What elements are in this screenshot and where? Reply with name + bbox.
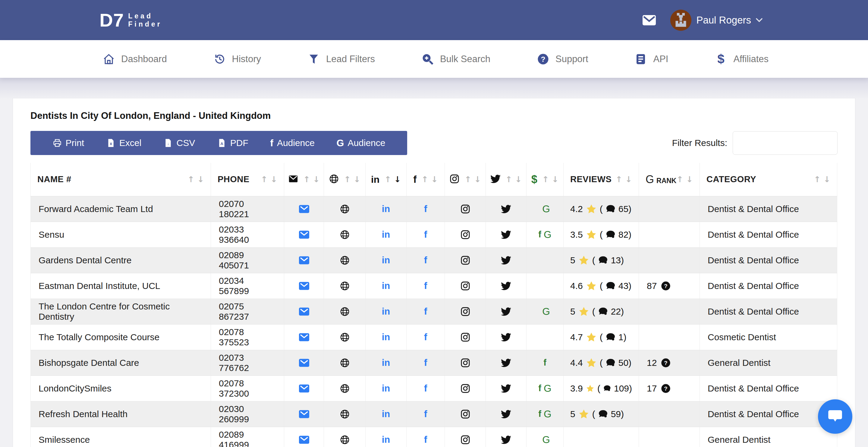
nav-item-api[interactable]: API <box>634 53 668 65</box>
email-link-icon[interactable] <box>299 255 309 265</box>
column-header-linkedin[interactable]: in↑ ↓ <box>366 163 407 196</box>
column-header-instagram[interactable]: ↑ ↓ <box>445 163 486 196</box>
linkedin-link-icon[interactable]: in <box>382 280 390 291</box>
email-link-icon[interactable] <box>299 409 309 419</box>
twitter-link-icon[interactable] <box>501 255 511 265</box>
question-circle-icon[interactable]: ? <box>661 358 671 368</box>
linkedin-link-icon[interactable]: in <box>382 383 390 394</box>
linkedin-link-icon[interactable]: in <box>382 434 390 445</box>
sort-arrows[interactable]: ↑ ↓ <box>344 175 361 184</box>
google-money-icon[interactable]: G <box>544 229 552 240</box>
linkedin-link-icon[interactable]: in <box>382 255 390 266</box>
sort-arrows[interactable]: ↑ ↓ <box>676 175 693 184</box>
instagram-link-icon[interactable] <box>460 255 470 265</box>
instagram-link-icon[interactable] <box>460 409 470 419</box>
email-link-icon[interactable] <box>299 332 309 342</box>
messages-icon[interactable] <box>643 15 656 25</box>
twitter-link-icon[interactable] <box>501 230 511 240</box>
google-money-icon[interactable]: G <box>544 383 552 394</box>
facebook-link-icon[interactable]: f <box>424 255 427 266</box>
email-link-icon[interactable] <box>299 306 309 317</box>
sort-arrows[interactable]: ↑ ↓ <box>814 175 830 184</box>
facebook-link-icon[interactable]: f <box>424 280 427 291</box>
google-money-icon[interactable]: G <box>542 306 550 317</box>
website-link-icon[interactable] <box>340 358 350 368</box>
filter-input[interactable] <box>733 131 838 155</box>
email-link-icon[interactable] <box>299 230 309 240</box>
linkedin-link-icon[interactable]: in <box>382 332 390 342</box>
column-header-twitter[interactable]: ↑ ↓ <box>486 163 527 196</box>
google-money-icon[interactable]: G <box>544 408 552 420</box>
sort-arrows[interactable]: ↑ ↓ <box>261 175 277 184</box>
column-header-phone[interactable]: PHONE↑ ↓ <box>211 163 284 196</box>
twitter-link-icon[interactable] <box>501 358 511 368</box>
sort-arrows[interactable]: ↑ ↓ <box>384 175 401 184</box>
google-money-icon[interactable]: G <box>542 434 550 446</box>
sort-arrows[interactable]: ↑ ↓ <box>421 175 438 184</box>
instagram-link-icon[interactable] <box>460 435 470 445</box>
nav-item-support[interactable]: ? Support <box>537 53 588 65</box>
pdf-button[interactable]: APDF <box>217 138 248 148</box>
website-link-icon[interactable] <box>340 281 350 291</box>
email-link-icon[interactable] <box>299 435 309 445</box>
facebook-link-icon[interactable]: f <box>424 357 427 368</box>
instagram-link-icon[interactable] <box>460 204 470 214</box>
facebook-money-icon[interactable]: f <box>544 358 547 368</box>
website-link-icon[interactable] <box>340 383 350 394</box>
facebook-money-icon[interactable]: f <box>538 383 541 393</box>
instagram-link-icon[interactable] <box>460 332 470 342</box>
google-audience-button[interactable]: GAudience <box>337 138 385 149</box>
sort-arrows[interactable]: ↑ ↓ <box>464 175 481 184</box>
linkedin-link-icon[interactable]: in <box>382 306 390 317</box>
twitter-link-icon[interactable] <box>501 306 511 317</box>
user-menu[interactable]: Paul Rogers <box>670 10 763 31</box>
print-button[interactable]: Print <box>53 138 84 148</box>
column-header-category[interactable]: CATEGORY↑ ↓ <box>700 163 837 196</box>
instagram-link-icon[interactable] <box>460 281 470 291</box>
email-link-icon[interactable] <box>299 281 309 291</box>
email-link-icon[interactable] <box>299 204 309 214</box>
facebook-money-icon[interactable]: f <box>538 230 541 239</box>
facebook-money-icon[interactable]: f <box>538 409 541 419</box>
app-logo[interactable]: D7 Lead Finder <box>99 9 162 31</box>
website-link-icon[interactable] <box>340 332 350 342</box>
website-link-icon[interactable] <box>340 409 350 419</box>
website-link-icon[interactable] <box>340 255 350 265</box>
facebook-link-icon[interactable]: f <box>424 203 427 214</box>
nav-item-lead-filters[interactable]: Lead Filters <box>307 53 375 65</box>
facebook-link-icon[interactable]: f <box>424 306 427 317</box>
linkedin-link-icon[interactable]: in <box>382 357 390 368</box>
instagram-link-icon[interactable] <box>460 306 470 317</box>
twitter-link-icon[interactable] <box>501 332 511 342</box>
facebook-link-icon[interactable]: f <box>424 434 427 445</box>
linkedin-link-icon[interactable]: in <box>382 204 390 214</box>
facebook-link-icon[interactable]: f <box>424 229 427 240</box>
column-header-name[interactable]: NAME #↑ ↓ <box>31 163 211 196</box>
website-link-icon[interactable] <box>340 230 350 240</box>
column-header-facebook[interactable]: f↑ ↓ <box>407 163 445 196</box>
nav-item-bulk-search[interactable]: Bulk Search <box>421 53 490 65</box>
twitter-link-icon[interactable] <box>501 204 511 214</box>
csv-button[interactable]: ↓CSV <box>163 138 195 148</box>
website-link-icon[interactable] <box>340 435 350 445</box>
google-money-icon[interactable]: G <box>542 203 550 215</box>
nav-item-affiliates[interactable]: $ Affiliates <box>715 53 769 65</box>
twitter-link-icon[interactable] <box>501 435 511 445</box>
sort-arrows[interactable]: ↑ ↓ <box>542 175 559 184</box>
facebook-audience-button[interactable]: fAudience <box>270 138 315 149</box>
instagram-link-icon[interactable] <box>460 358 470 368</box>
column-header-money[interactable]: $↑ ↓ <box>527 163 564 196</box>
nav-item-history[interactable]: History <box>213 53 261 65</box>
column-header-reviews[interactable]: REVIEWS↑ ↓ <box>564 163 639 196</box>
column-header-website[interactable]: ↑ ↓ <box>324 163 366 196</box>
column-header-rank[interactable]: GRANK↑ ↓ <box>639 163 700 196</box>
sort-arrows[interactable]: ↑ ↓ <box>187 175 204 184</box>
sort-arrows[interactable]: ↑ ↓ <box>505 175 522 184</box>
linkedin-link-icon[interactable]: in <box>382 229 390 240</box>
twitter-link-icon[interactable] <box>501 383 511 394</box>
facebook-link-icon[interactable]: f <box>424 331 427 342</box>
chat-widget-button[interactable] <box>818 399 852 434</box>
question-circle-icon[interactable]: ? <box>661 281 671 291</box>
excel-button[interactable]: xExcel <box>106 138 141 148</box>
facebook-link-icon[interactable]: f <box>424 383 427 394</box>
